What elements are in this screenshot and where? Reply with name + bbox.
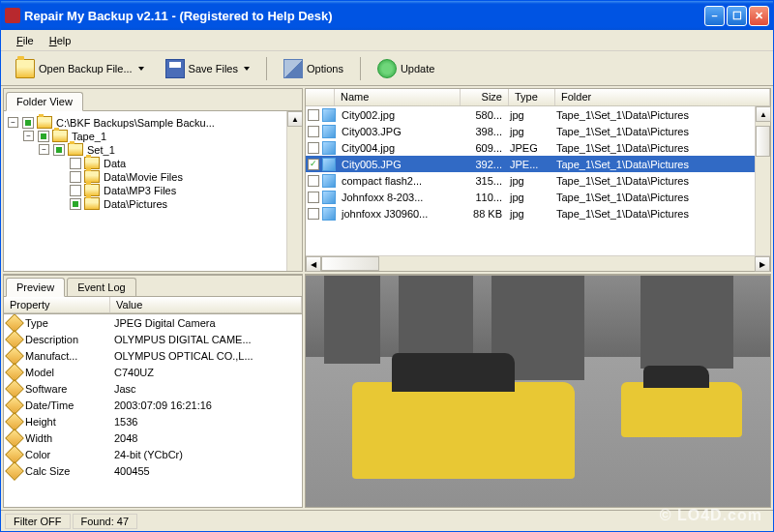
tree-item-root[interactable]: − C:\BKF Backups\Sample Backu... xyxy=(8,116,298,129)
row-checkbox[interactable] xyxy=(308,109,319,121)
property-name: Software xyxy=(25,383,114,395)
list-row[interactable]: City004.jpg609...JPEGTape_1\Set_1\Data\P… xyxy=(306,139,770,156)
cell-size: 398... xyxy=(458,126,506,137)
properties-list[interactable]: TypeJPEG Digital CameraDescriptionOLYMPU… xyxy=(4,313,302,507)
cell-name: Johnfoxx 8-203... xyxy=(338,192,458,203)
col-name[interactable]: Name xyxy=(335,89,461,105)
tree-item[interactable]: Data\Movie Files xyxy=(8,170,298,183)
property-row[interactable]: Calc Size400455 xyxy=(4,462,302,479)
maximize-button[interactable]: ☐ xyxy=(727,6,747,26)
tree-checkbox[interactable] xyxy=(70,171,81,183)
update-button[interactable]: Update xyxy=(369,54,443,83)
property-value: 1536 xyxy=(114,416,302,428)
toolbar: Open Backup File... Save Files Options U… xyxy=(1,51,773,86)
scroll-up-button[interactable]: ▲ xyxy=(287,111,302,127)
row-checkbox[interactable] xyxy=(308,159,319,170)
row-checkbox[interactable] xyxy=(308,126,319,137)
tree-tabstrip: Folder View xyxy=(4,89,302,110)
folder-open-icon xyxy=(15,59,35,78)
list-row[interactable]: City003.JPG398...jpgTape_1\Set_1\Data\Pi… xyxy=(306,123,770,139)
row-checkbox[interactable] xyxy=(308,192,319,203)
col-check[interactable] xyxy=(306,89,335,105)
property-name: Height xyxy=(25,416,114,428)
update-icon xyxy=(377,59,397,78)
tree-item[interactable]: Data\Pictures xyxy=(8,197,298,210)
tree-item[interactable]: − Set_1 xyxy=(8,143,298,156)
list-row[interactable]: johnfoxx J30960...88 KBjpgTape_1\Set_1\D… xyxy=(306,205,770,222)
vertical-scrollbar[interactable]: ▲ xyxy=(755,106,770,255)
folder-icon xyxy=(52,130,68,142)
list-row[interactable]: City002.jpg580...jpgTape_1\Set_1\Data\Pi… xyxy=(306,106,770,123)
property-name: Model xyxy=(25,367,114,378)
save-files-button[interactable]: Save Files xyxy=(157,54,258,83)
vertical-scrollbar[interactable]: ▲ xyxy=(286,111,302,271)
property-value: OLYMPUS DIGITAL CAME... xyxy=(114,334,302,345)
property-row[interactable]: Width2048 xyxy=(4,429,302,446)
tab-event-log[interactable]: Event Log xyxy=(67,278,136,296)
tree-item[interactable]: Data\MP3 Files xyxy=(8,184,298,196)
horizontal-scrollbar[interactable]: ◀ ▶ xyxy=(306,255,770,271)
collapse-icon[interactable]: − xyxy=(8,117,18,128)
tree-checkbox[interactable] xyxy=(70,158,81,169)
update-label: Update xyxy=(401,63,434,74)
menu-help[interactable]: Help xyxy=(42,33,79,48)
property-row[interactable]: Height1536 xyxy=(4,413,302,429)
options-label: Options xyxy=(307,63,343,74)
col-type[interactable]: Type xyxy=(509,89,555,105)
scroll-thumb[interactable] xyxy=(756,126,770,157)
property-row[interactable]: ModelC740UZ xyxy=(4,364,302,380)
row-checkbox[interactable] xyxy=(308,175,319,187)
status-filter: Filter OFF xyxy=(5,514,71,529)
tree-checkbox[interactable] xyxy=(53,144,65,156)
status-found: Found: 47 xyxy=(73,514,138,529)
col-value[interactable]: Value xyxy=(110,297,302,312)
open-backup-button[interactable]: Open Backup File... xyxy=(7,54,153,83)
list-row[interactable]: Johnfoxx 8-203...110...jpgTape_1\Set_1\D… xyxy=(306,189,770,205)
scroll-up-button[interactable]: ▲ xyxy=(756,106,771,122)
file-icon xyxy=(322,141,336,155)
scroll-right-button[interactable]: ▶ xyxy=(755,256,770,272)
tree-item[interactable]: − Tape_1 xyxy=(8,130,298,142)
tree-checkbox[interactable] xyxy=(38,131,49,142)
tab-folder-view[interactable]: Folder View xyxy=(6,92,83,111)
close-button[interactable]: ✕ xyxy=(749,6,769,26)
property-row[interactable]: DescriptionOLYMPUS DIGITAL CAME... xyxy=(4,331,302,347)
list-row[interactable]: City005.JPG392...JPE...Tape_1\Set_1\Data… xyxy=(306,156,770,172)
property-value: OLYMPUS OPTICAL CO.,L... xyxy=(114,350,302,362)
tree-checkbox[interactable] xyxy=(22,117,34,129)
file-icon xyxy=(322,125,336,138)
cell-name: compact flash2... xyxy=(338,175,458,187)
options-button[interactable]: Options xyxy=(275,54,352,83)
menu-file[interactable]: File xyxy=(9,33,42,48)
property-value: 2003:07:09 16:21:16 xyxy=(114,399,302,411)
file-icon xyxy=(322,108,336,122)
col-property[interactable]: Property xyxy=(4,297,110,312)
minimize-button[interactable]: – xyxy=(704,6,725,26)
scroll-left-button[interactable]: ◀ xyxy=(306,256,321,272)
property-name: Calc Size xyxy=(25,465,114,477)
tree-label: Data xyxy=(104,158,126,169)
titlebar[interactable]: Repair My Backup v2.11 - (Registered to … xyxy=(1,1,773,30)
cell-size: 580... xyxy=(458,109,506,121)
tree-checkbox[interactable] xyxy=(70,198,81,210)
tree-item[interactable]: Data xyxy=(8,157,298,169)
property-row[interactable]: Color24-bit (YCbCr) xyxy=(4,446,302,462)
file-list[interactable]: City002.jpg580...jpgTape_1\Set_1\Data\Pi… xyxy=(306,106,770,271)
folder-tree[interactable]: − C:\BKF Backups\Sample Backu... − Tape_… xyxy=(4,110,302,271)
tab-preview[interactable]: Preview xyxy=(6,278,65,297)
list-row[interactable]: compact flash2...315...jpgTape_1\Set_1\D… xyxy=(306,172,770,189)
tree-checkbox[interactable] xyxy=(70,185,81,196)
row-checkbox[interactable] xyxy=(308,208,319,220)
property-row[interactable]: Manufact...OLYMPUS OPTICAL CO.,L... xyxy=(4,347,302,364)
property-row[interactable]: SoftwareJasc xyxy=(4,380,302,397)
collapse-icon[interactable]: − xyxy=(23,131,34,141)
folder-icon xyxy=(84,197,100,210)
collapse-icon[interactable]: − xyxy=(39,144,49,155)
row-checkbox[interactable] xyxy=(308,142,319,154)
property-row[interactable]: TypeJPEG Digital Camera xyxy=(4,314,302,331)
scroll-thumb[interactable] xyxy=(321,256,379,271)
col-size[interactable]: Size xyxy=(461,89,509,105)
property-value: 400455 xyxy=(114,465,302,477)
property-row[interactable]: Date/Time2003:07:09 16:21:16 xyxy=(4,397,302,413)
col-folder[interactable]: Folder xyxy=(555,89,770,105)
